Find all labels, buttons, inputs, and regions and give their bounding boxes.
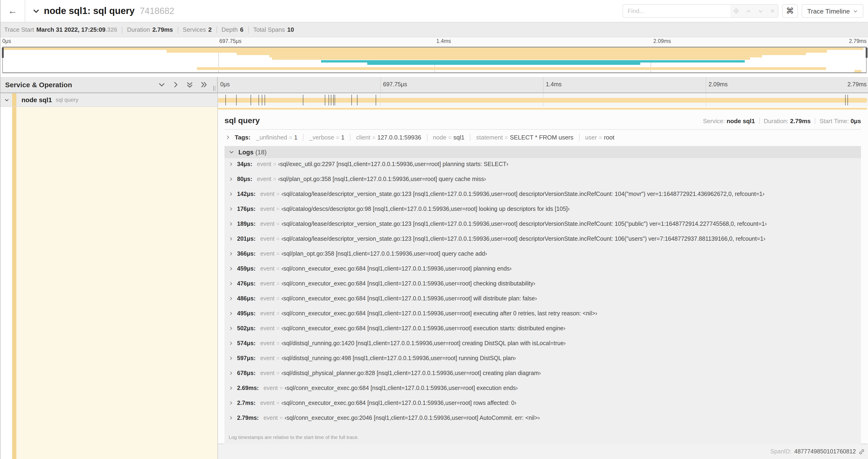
log-field-name: event — [260, 206, 274, 212]
span-meta-label: Duration: — [764, 117, 790, 124]
minimap-tick-labels: 0μs697.75μs1.4ms2.09ms2.79ms — [0, 37, 868, 47]
log-message: ‹sql/conn_executor_exec.go:684 [nsql1,cl… — [281, 265, 512, 272]
prev-match-icon[interactable] — [745, 8, 751, 14]
deep-link-icon[interactable] — [859, 449, 865, 455]
header-controls: ⌘ Trace Timeline — [622, 4, 863, 18]
log-field-name: event — [260, 221, 274, 227]
log-entry-row[interactable]: 34μs:event=‹sql/exec_util.go:2297 [nsql1… — [224, 161, 861, 176]
log-entry-row[interactable]: 201μs:event=‹sql/catalog/lease/descripto… — [224, 236, 861, 251]
span-duration-bar[interactable] — [218, 98, 867, 103]
log-entry-row[interactable]: 80μs:event=‹sql/plan_opt.go:358 [nsql1,c… — [224, 176, 861, 191]
log-field-name: event — [260, 265, 274, 272]
log-marker-tick[interactable] — [251, 95, 251, 105]
log-entry-row[interactable]: 2.69ms:event=‹sql/conn_executor_exec.go:… — [224, 385, 861, 400]
equals-sign: = — [276, 236, 279, 242]
minimap-tick-label: 0μs — [2, 38, 11, 44]
log-entry-row[interactable]: 476μs:event=‹sql/conn_executor_exec.go:6… — [224, 280, 861, 295]
next-match-icon[interactable] — [757, 8, 763, 14]
log-marker-tick[interactable] — [845, 95, 846, 105]
equals-sign: = — [276, 340, 279, 346]
log-marker-tick[interactable] — [357, 95, 357, 105]
log-message: ‹sql/distsql_running.go:498 [nsql1,clien… — [281, 355, 516, 362]
log-marker-tick[interactable] — [329, 95, 329, 105]
log-timestamp: 366μs: — [237, 251, 255, 257]
log-entry-row[interactable]: 495μs:event=‹sql/conn_executor_exec.go:6… — [224, 310, 861, 325]
log-marker-tick[interactable] — [335, 95, 335, 105]
log-marker-tick[interactable] — [847, 95, 848, 105]
keyboard-shortcuts-button[interactable]: ⌘ — [782, 4, 798, 18]
log-marker-tick[interactable] — [331, 95, 331, 105]
span-service-name: node sql1 — [22, 96, 52, 104]
log-entry-row[interactable]: 502μs:event=‹sql/conn_executor_exec.go:6… — [224, 325, 861, 340]
span-row[interactable]: node sql1 sql query — [0, 93, 868, 107]
log-marker-tick[interactable] — [376, 95, 376, 105]
log-marker-tick[interactable] — [351, 95, 352, 105]
minimap-span-bar — [367, 63, 640, 65]
find-input[interactable] — [623, 5, 730, 17]
log-entry-row[interactable]: 176μs:event=‹sql/catalog/descs/descripto… — [224, 206, 861, 221]
log-marker-tick[interactable] — [333, 95, 334, 105]
log-entry-row[interactable]: 142μs:event=‹sql/catalog/lease/descripto… — [224, 191, 861, 206]
log-message: ‹sql/plan_opt.go:358 [nsql1,client=127.0… — [278, 176, 486, 183]
locate-icon[interactable] — [733, 8, 739, 14]
minimap-tick-label: 2.79ms — [849, 38, 867, 44]
logs-header[interactable]: Logs (18) — [224, 146, 861, 158]
minimap-canvas[interactable] — [2, 47, 867, 73]
minimap-scrubber-right[interactable] — [866, 47, 867, 72]
log-entry-row[interactable]: 2.7ms:event=‹sql/conn_executor_exec.go:6… — [224, 400, 861, 415]
column-resizer-handle[interactable] — [213, 86, 216, 91]
log-message: ‹sql/distsql_running.go:1420 [nsql1,clie… — [281, 340, 566, 347]
log-entry-row[interactable]: 459μs:event=‹sql/conn_executor_exec.go:6… — [224, 265, 861, 280]
span-meta-value: node sql1 — [726, 117, 755, 124]
log-entry-row[interactable]: 366μs:event=‹sql/plan_opt.go:358 [nsql1,… — [224, 251, 861, 265]
collapse-one-icon[interactable] — [158, 81, 166, 89]
log-entry-row[interactable]: 486μs:event=‹sql/conn_executor_exec.go:6… — [224, 295, 861, 310]
log-entry-row[interactable]: 189μs:event=‹sql/catalog/lease/descripto… — [224, 221, 861, 236]
log-marker-tick[interactable] — [225, 95, 226, 105]
log-marker-tick[interactable] — [261, 95, 262, 105]
trace-title: node sql1: sql query 7418682 — [33, 6, 622, 16]
clear-find-icon[interactable] — [770, 8, 775, 13]
view-select-button[interactable]: Trace Timeline — [802, 4, 863, 18]
tag-key: _unfinished — [256, 134, 287, 141]
equals-sign: = — [280, 385, 283, 391]
log-marker-tick[interactable] — [258, 95, 259, 105]
log-entry-row[interactable]: 678μs:event=‹sql/distsql_physical_planne… — [224, 370, 861, 385]
minimap-tick-label: 1.4ms — [436, 38, 451, 44]
span-detail-header: sql query Service: node sql1Duration: 2.… — [218, 110, 868, 129]
minimap-scrubber-handle[interactable] — [865, 47, 867, 58]
summary-item-label: Trace Start — [4, 26, 34, 33]
back-button[interactable]: ← — [0, 0, 25, 22]
minimap-scrubber-handle[interactable] — [2, 47, 3, 58]
log-marker-tick[interactable] — [303, 95, 303, 105]
minimap-span-bar — [237, 53, 806, 55]
equals-sign: = — [276, 326, 279, 331]
collapse-all-icon[interactable] — [186, 81, 194, 89]
log-entry-row[interactable]: 597μs:event=‹sql/distsql_running.go:498 … — [224, 355, 861, 370]
minimap-scrubber-left[interactable] — [2, 47, 3, 72]
tag-value: sql1 — [453, 134, 465, 141]
chevron-right-icon — [229, 236, 233, 241]
log-entry-row[interactable]: 2.79ms:event=‹sql/conn_executor_exec.go:… — [224, 415, 861, 430]
log-timestamp: 80μs: — [237, 176, 252, 183]
expand-one-icon[interactable] — [172, 81, 180, 89]
chevron-down-icon[interactable] — [33, 7, 40, 14]
minimap-tick-label: 2.09ms — [653, 38, 671, 44]
tag-value: 127.0.0.1:59936 — [377, 134, 421, 141]
log-marker-tick[interactable] — [236, 95, 237, 105]
log-marker-tick[interactable] — [265, 95, 265, 105]
tag-item: _unfinished=1 — [256, 134, 298, 141]
span-row-name-column[interactable]: node sql1 sql query — [0, 93, 217, 107]
span-detail-accent — [218, 108, 867, 110]
tags-row[interactable]: Tags: _unfinished=1_verbose=1client=127.… — [218, 130, 868, 144]
summary-item-muted: .326 — [105, 26, 117, 33]
log-entry-row[interactable]: 574μs:event=‹sql/distsql_running.go:1420… — [224, 340, 861, 355]
expand-all-icon[interactable] — [200, 81, 208, 89]
log-timestamp: 476μs: — [237, 280, 255, 287]
log-marker-tick[interactable] — [324, 95, 325, 105]
log-field-name: event — [260, 325, 274, 332]
span-row-timeline[interactable] — [217, 93, 868, 107]
log-field-name: event — [260, 280, 274, 287]
tag-value: root — [604, 134, 614, 141]
chevron-right-icon — [229, 416, 233, 420]
